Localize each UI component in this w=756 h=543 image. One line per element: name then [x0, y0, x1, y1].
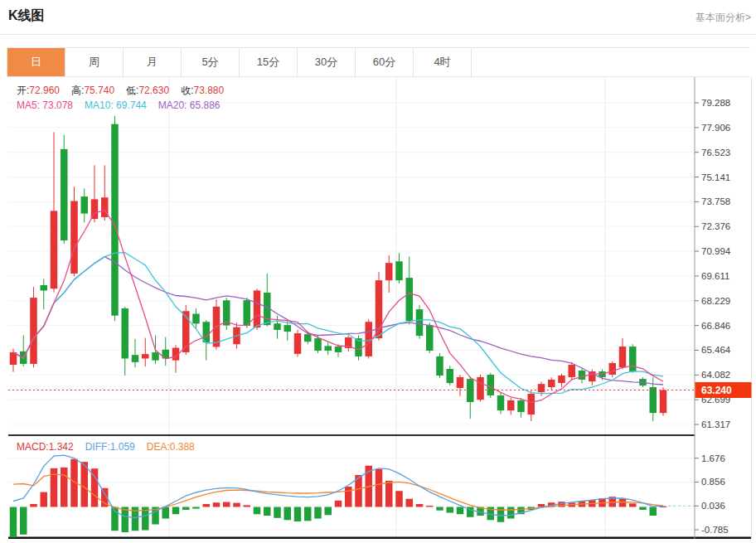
candle-48[interactable]: [497, 393, 505, 415]
candle-31[interactable]: [325, 342, 332, 355]
macd-bar-33[interactable]: [345, 487, 352, 507]
macd-bar-43[interactable]: [447, 507, 454, 513]
macd-bar-20[interactable]: [213, 502, 220, 507]
macd-bar-16[interactable]: [172, 507, 180, 515]
macd-bar-29[interactable]: [304, 507, 312, 521]
macd-bar-0[interactable]: [10, 507, 17, 538]
tab-0[interactable]: 日: [7, 48, 65, 76]
candle-33[interactable]: [345, 335, 352, 351]
price-tick-10: 65.464: [701, 345, 731, 355]
candle-2[interactable]: [30, 287, 37, 367]
candle-12[interactable]: [132, 339, 139, 368]
candle-1[interactable]: [20, 335, 27, 366]
tab-7[interactable]: 4时: [414, 48, 472, 76]
macd-bar-38[interactable]: [395, 491, 403, 507]
macd-bar-44[interactable]: [457, 507, 464, 515]
macd-bar-40[interactable]: [416, 504, 424, 507]
candle-38[interactable]: [395, 253, 403, 284]
macd-bar-41[interactable]: [426, 506, 434, 507]
chart-area[interactable]: 79.28877.90676.52375.14173.75872.37670.9…: [8, 77, 752, 539]
macd-tick-1: 0.856: [701, 477, 725, 487]
candle-44[interactable]: [457, 375, 464, 396]
macd-bar-49[interactable]: [507, 507, 515, 519]
macd-bar-61[interactable]: [629, 503, 637, 507]
candle-51[interactable]: [528, 390, 536, 421]
macd-bar-37[interactable]: [385, 481, 393, 507]
macd-bar-22[interactable]: [233, 503, 240, 507]
macd-bar-62[interactable]: [639, 507, 647, 511]
macd-bar-31[interactable]: [325, 507, 332, 516]
kline-svg[interactable]: 79.28877.90676.52375.14173.75872.37670.9…: [8, 77, 752, 539]
candle-42[interactable]: [436, 353, 443, 378]
candle-54[interactable]: [558, 374, 565, 387]
candle-11[interactable]: [122, 307, 129, 376]
candle-28[interactable]: [294, 330, 302, 356]
candle-6[interactable]: [70, 187, 78, 276]
candle-0[interactable]: [10, 349, 17, 372]
macd-bar-7[interactable]: [81, 462, 89, 507]
candle-7[interactable]: [81, 188, 89, 222]
tab-4[interactable]: 15分: [240, 48, 298, 76]
macd-bar-19[interactable]: [203, 504, 211, 507]
macd-bar-17[interactable]: [182, 507, 190, 511]
candle-45[interactable]: [467, 376, 474, 419]
macd-bar-1[interactable]: [20, 507, 27, 535]
candle-49[interactable]: [507, 398, 515, 415]
candle-46[interactable]: [477, 375, 484, 401]
macd-bar-15[interactable]: [162, 507, 170, 519]
price-tick-0: 79.288: [701, 98, 730, 108]
macd-bar-21[interactable]: [223, 502, 230, 507]
tab-6[interactable]: 60分: [356, 48, 414, 76]
fundamental-analysis-link[interactable]: 基本面分析>: [695, 11, 751, 25]
macd-bar-18[interactable]: [192, 507, 200, 509]
candle-43[interactable]: [447, 366, 454, 385]
price-tick-13: 61.317: [701, 419, 730, 429]
macd-bar-5[interactable]: [61, 468, 68, 507]
candle-64[interactable]: [660, 387, 667, 416]
candle-50[interactable]: [517, 398, 525, 418]
candle-21[interactable]: [223, 298, 230, 330]
candle-37[interactable]: [385, 255, 393, 293]
candle-27[interactable]: [284, 321, 292, 341]
candle-10[interactable]: [111, 116, 119, 321]
macd-bar-32[interactable]: [335, 501, 342, 507]
tab-3[interactable]: 5分: [182, 48, 240, 76]
candle-53[interactable]: [548, 377, 555, 390]
candle-60[interactable]: [619, 338, 627, 369]
macd-bar-30[interactable]: [314, 507, 322, 519]
tab-5[interactable]: 30分: [298, 48, 356, 76]
timeframe-tabbar: 日周月5分15分30分60分4时: [7, 47, 750, 77]
candle-3[interactable]: [41, 279, 48, 309]
macd-bar-3[interactable]: [41, 492, 48, 507]
candle-47[interactable]: [487, 373, 495, 398]
candle-4[interactable]: [51, 132, 58, 292]
tab-2[interactable]: 月: [124, 48, 182, 76]
candle-5[interactable]: [61, 135, 68, 245]
tab-1[interactable]: 周: [65, 48, 124, 76]
macd-bar-42[interactable]: [436, 507, 443, 511]
macd-bar-23[interactable]: [244, 505, 251, 507]
macd-bar-26[interactable]: [274, 507, 281, 518]
candle-24[interactable]: [254, 288, 261, 330]
macd-bar-24[interactable]: [254, 507, 261, 515]
macd-bar-27[interactable]: [284, 507, 292, 521]
macd-bar-36[interactable]: [376, 469, 383, 507]
candle-39[interactable]: [406, 256, 414, 324]
candle-13[interactable]: [142, 338, 149, 367]
candle-61[interactable]: [629, 344, 637, 373]
macd-bar-64[interactable]: [660, 507, 667, 507]
macd-bar-25[interactable]: [264, 507, 271, 516]
macd-bar-28[interactable]: [294, 507, 302, 522]
candle-40[interactable]: [416, 305, 424, 339]
candle-41[interactable]: [426, 322, 434, 353]
macd-bar-63[interactable]: [650, 507, 657, 516]
macd-bar-2[interactable]: [30, 504, 37, 507]
macd-bar-11[interactable]: [122, 507, 129, 533]
candle-9[interactable]: [101, 165, 109, 221]
candle-17[interactable]: [182, 305, 190, 355]
macd-bar-60[interactable]: [619, 499, 627, 507]
candle-16[interactable]: [172, 345, 180, 372]
macd-bar-39[interactable]: [406, 499, 414, 507]
price-tick-1: 77.906: [701, 123, 730, 133]
candle-15[interactable]: [162, 337, 170, 366]
